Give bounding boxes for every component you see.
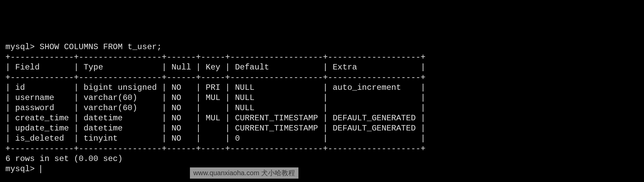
table-row: | is_deleted | tinyint | NO | | 0 | | [5, 134, 639, 144]
table-border: +-------------+-----------------+------+… [5, 73, 639, 83]
table-row: | update_time | datetime | NO | | CURREN… [5, 123, 639, 134]
table-border: +-------------+-----------------+------+… [5, 52, 639, 62]
table-header: | Field | Type | Null | Key | Default | … [5, 62, 639, 73]
prompt-line[interactable]: mysql> [5, 164, 639, 174]
table-row: | password | varchar(60) | NO | | NULL |… [5, 103, 639, 113]
summary-line: 6 rows in set (0.00 sec) [5, 154, 639, 164]
table-row: | create_time | datetime | NO | MUL | CU… [5, 113, 639, 123]
cursor-icon [40, 165, 41, 173]
table-row: | id | bigint unsigned | NO | PRI | NULL… [5, 83, 639, 93]
terminal-output: mysql> SHOW COLUMNS FROM t_user;+-------… [5, 42, 639, 174]
watermark-label: www.quanxiaoha.com 犬小哈教程 [190, 167, 298, 179]
table-border: +-------------+-----------------+------+… [5, 144, 639, 154]
table-row: | username | varchar(60) | NO | MUL | NU… [5, 93, 639, 103]
command-line: mysql> SHOW COLUMNS FROM t_user; [5, 42, 639, 52]
